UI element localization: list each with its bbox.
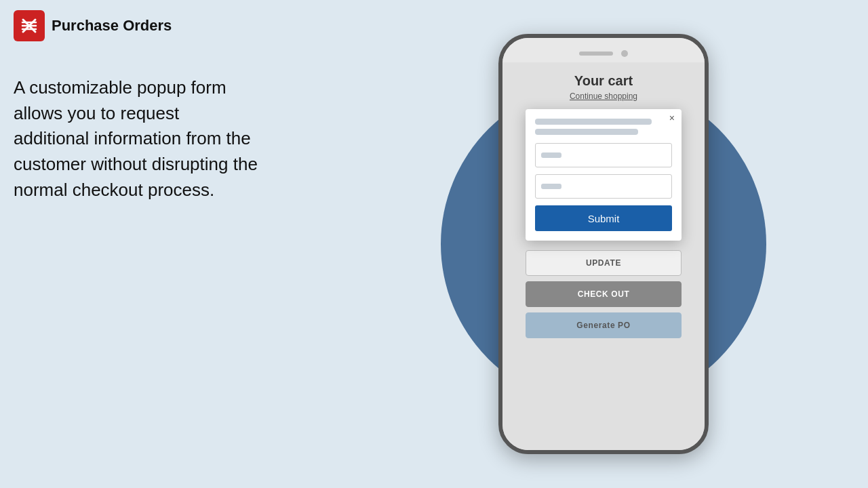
brand-name: Purchase Orders xyxy=(52,17,172,35)
phone-notch xyxy=(502,38,705,62)
input-placeholder-2 xyxy=(541,184,561,189)
continue-shopping-link[interactable]: Continue shopping xyxy=(570,92,637,101)
modal-skeleton-content xyxy=(535,119,672,135)
submit-button[interactable]: Submit xyxy=(535,205,672,231)
logo-icon xyxy=(14,10,45,41)
modal-close-button[interactable]: × xyxy=(669,113,675,123)
left-panel: Purchase Orders A customizable popup for… xyxy=(14,10,258,203)
skeleton-bar-2 xyxy=(535,129,638,135)
popup-modal: × Submit xyxy=(526,109,682,241)
app-header: Purchase Orders xyxy=(14,10,258,41)
phone-camera xyxy=(621,50,628,57)
checkout-button[interactable]: CHECK OUT xyxy=(526,281,682,307)
phone-mockup: Your cart Continue shopping × xyxy=(498,34,709,454)
cart-title: Your cart xyxy=(574,73,633,89)
phone-showcase: Your cart Continue shopping × xyxy=(339,0,868,488)
input-placeholder-1 xyxy=(541,152,561,158)
cart-action-buttons: UPDATE CHECK OUT Generate PO xyxy=(526,250,682,338)
update-cart-button[interactable]: UPDATE xyxy=(526,250,682,276)
modal-input-1[interactable] xyxy=(535,143,672,167)
generate-po-button[interactable]: Generate PO xyxy=(526,312,682,338)
modal-input-2[interactable] xyxy=(535,174,672,199)
phone-speaker xyxy=(579,52,613,56)
phone-screen: Your cart Continue shopping × xyxy=(502,62,705,450)
feature-description: A customizable popup form allows you to … xyxy=(14,75,258,203)
skeleton-bar-1 xyxy=(535,119,652,125)
